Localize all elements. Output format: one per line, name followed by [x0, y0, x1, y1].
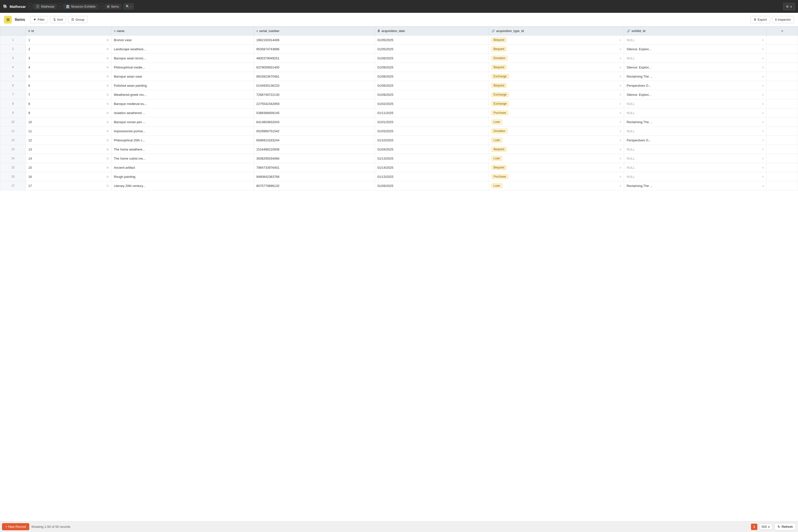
inspector-button[interactable]: ℹ Inspector [772, 16, 794, 23]
add-column-icon[interactable]: + [781, 29, 783, 33]
table-row: 14 14 ⧉ The home cubist me... 3938295034… [0, 154, 798, 163]
null-value: NULL [627, 38, 635, 42]
exhibit-chevron[interactable]: ∨ [762, 120, 764, 124]
app-logo[interactable]: 🐘 Mathesar [3, 4, 26, 8]
expand-row-icon[interactable]: ⧉ [107, 102, 109, 106]
nav-chevron-1[interactable]: › [28, 3, 32, 10]
acq-type-chevron[interactable]: ∨ [620, 84, 622, 87]
acq-type-badge[interactable]: Exchange [491, 92, 509, 97]
acq-type-badge[interactable]: Purchase [491, 174, 508, 179]
col-header-serial[interactable]: ≡ serial_number [254, 27, 375, 36]
exhibit-chevron[interactable]: ∨ [762, 111, 764, 115]
acq-type-badge[interactable]: Exchange [491, 74, 509, 79]
page-number-box[interactable]: 1 [751, 524, 757, 530]
acq-type-chevron[interactable]: ∨ [620, 57, 622, 60]
expand-row-icon[interactable]: ⧉ [107, 111, 109, 115]
acq-type-chevron[interactable]: ∨ [620, 120, 622, 124]
search-box[interactable]: 🔍 › [124, 3, 134, 10]
expand-row-icon[interactable]: ⧉ [107, 139, 109, 142]
acq-type-badge[interactable]: Purchase [491, 110, 508, 115]
acq-type-badge[interactable]: Donation [491, 129, 508, 133]
nav-breadcrumb-items[interactable]: ⊞ Items [104, 4, 121, 10]
exhibit-chevron[interactable]: ∨ [762, 102, 764, 106]
acq-type-badge[interactable]: Bequest [491, 165, 507, 170]
acq-type-chevron[interactable]: ∨ [620, 139, 622, 142]
acq-type-badge[interactable]: Loan [491, 119, 502, 125]
col-header-add[interactable]: + [766, 27, 798, 36]
serial-type-icon: ≡ [256, 29, 258, 33]
col-header-name[interactable]: ≡ name [111, 27, 254, 36]
acq-type-chevron[interactable]: ∨ [620, 66, 622, 69]
acq-type-chevron[interactable]: ∨ [620, 157, 622, 160]
acq-type-chevron[interactable]: ∨ [620, 93, 622, 96]
settings-button[interactable]: ⚙ ∨ [783, 3, 795, 10]
expand-row-icon[interactable]: ⧉ [107, 157, 109, 160]
nav-breadcrumb-museum[interactable]: 🏛️ Museum Exhibits [63, 4, 98, 10]
exhibit-chevron[interactable]: ∨ [762, 38, 764, 42]
exhibit-chevron[interactable]: ∨ [762, 148, 764, 151]
expand-row-icon[interactable]: ⧉ [107, 48, 109, 51]
exhibit-chevron[interactable]: ∨ [762, 75, 764, 78]
acq-type-chevron[interactable]: ∨ [620, 166, 622, 169]
nav-breadcrumb-mathesar[interactable]: 🗄️ Mathesar [33, 4, 57, 10]
acq-type-badge[interactable]: Exchange [491, 101, 509, 106]
acq-type-chevron[interactable]: ∨ [620, 148, 622, 151]
group-button[interactable]: ☰ Group [68, 16, 88, 23]
filter-button[interactable]: ▼ Filter [30, 16, 48, 23]
acq-type-chevron[interactable]: ∨ [620, 102, 622, 106]
acq-type-chevron[interactable]: ∨ [620, 38, 622, 42]
acq-type-chevron[interactable]: ∨ [620, 111, 622, 115]
exhibit-chevron[interactable]: ∨ [762, 184, 764, 187]
export-button[interactable]: ⬇ Export [750, 16, 770, 23]
exhibit-chevron[interactable]: ∨ [762, 130, 764, 133]
col-header-date[interactable]: 🗓 acquisition_date [375, 27, 489, 36]
expand-row-icon[interactable]: ⧉ [107, 175, 109, 178]
new-record-button[interactable]: + New Record [2, 523, 29, 530]
exhibit-chevron[interactable]: ∨ [762, 57, 764, 60]
acq-type-badge[interactable]: Loan [491, 138, 502, 142]
exhibit-chevron[interactable]: ∨ [762, 166, 764, 169]
acq-type-badge[interactable]: Donation [491, 56, 508, 61]
exhibit-chevron[interactable]: ∨ [762, 93, 764, 96]
expand-row-icon[interactable]: ⧉ [107, 130, 109, 133]
expand-row-icon[interactable]: ⧉ [107, 184, 109, 187]
exhibit-chevron[interactable]: ∨ [762, 48, 764, 51]
exhibit-chevron[interactable]: ∨ [762, 157, 764, 160]
expand-row-icon[interactable]: ⧉ [107, 84, 109, 87]
acq-type-chevron[interactable]: ∨ [620, 175, 622, 178]
table-row: 15 15 ⧉ Ancient artifact 7984733976401 0… [0, 163, 798, 172]
exhibit-chevron[interactable]: ∨ [762, 175, 764, 178]
exhibit-chevron[interactable]: ∨ [762, 66, 764, 69]
acq-type-badge[interactable]: Bequest [491, 46, 507, 52]
col-header-acq-type[interactable]: 🔗 acquisition_type_id [489, 27, 624, 36]
id-value: 3 [28, 56, 30, 60]
nav-chevron-2[interactable]: › [58, 3, 62, 10]
exhibit-chevron[interactable]: ∨ [762, 139, 764, 142]
acq-type-badge[interactable]: Loan [491, 183, 502, 188]
expand-row-icon[interactable]: ⧉ [107, 66, 109, 69]
sort-button[interactable]: ⇅ Sort [50, 16, 66, 23]
acq-type-badge[interactable]: Bequest [491, 37, 507, 42]
expand-row-icon[interactable]: ⧉ [107, 38, 109, 42]
nav-chevron-3[interactable]: › [99, 3, 103, 10]
col-header-exhibit[interactable]: 🔗 exhibit_id [624, 27, 766, 36]
acq-type-chevron[interactable]: ∨ [620, 48, 622, 51]
expand-row-icon[interactable]: ⧉ [107, 57, 109, 60]
expand-row-icon[interactable]: ⧉ [107, 166, 109, 169]
exhibit-chevron[interactable]: ∨ [762, 84, 764, 87]
acq-type-badge[interactable]: Bequest [491, 83, 507, 88]
expand-row-icon[interactable]: ⧉ [107, 75, 109, 78]
acq-type-chevron[interactable]: ∨ [620, 184, 622, 187]
refresh-button[interactable]: ↻ Refresh [774, 523, 796, 530]
acq-type-badge[interactable]: Bequest [491, 65, 507, 70]
acq-type-badge[interactable]: Bequest [491, 147, 507, 152]
acq-type-chevron[interactable]: ∨ [620, 75, 622, 78]
expand-row-icon[interactable]: ⧉ [107, 148, 109, 151]
expand-row-icon[interactable]: ⧉ [107, 120, 109, 124]
per-page-selector[interactable]: 500 ∨ [759, 524, 773, 530]
acq-type-chevron[interactable]: ∨ [620, 130, 622, 133]
cell-add [766, 136, 798, 145]
col-header-id[interactable]: # id [26, 27, 111, 36]
expand-row-icon[interactable]: ⧉ [107, 93, 109, 96]
acq-type-badge[interactable]: Loan [491, 156, 502, 161]
